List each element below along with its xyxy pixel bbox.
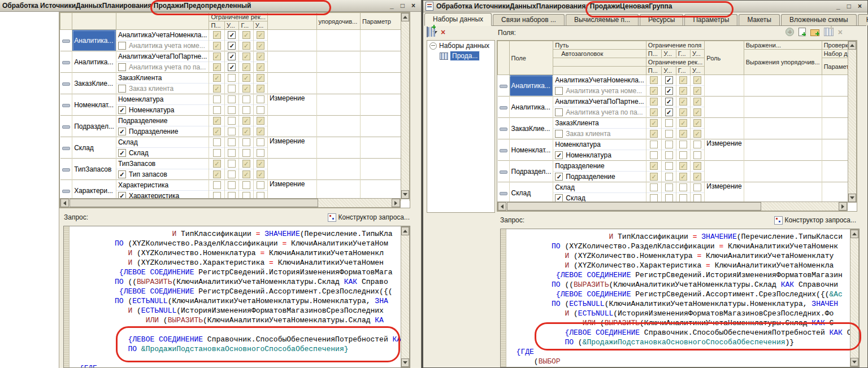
restriction-checkbox[interactable] (213, 128, 221, 135)
field-path-cell[interactable]: АналитикаУчетаНоменкла... (116, 30, 209, 41)
field-name-cell[interactable]: Аналитика... (72, 51, 116, 73)
use-field-checkbox[interactable] (118, 63, 126, 71)
delete-field-button[interactable]: × (838, 28, 843, 36)
use-field-checkbox[interactable] (118, 42, 126, 50)
row-handle-cell[interactable] (60, 30, 72, 51)
restriction-checkbox[interactable] (228, 106, 236, 114)
restriction-checkbox[interactable] (228, 117, 236, 125)
restriction-cell[interactable] (253, 94, 267, 105)
restriction-cell[interactable] (646, 86, 662, 97)
restriction-cell[interactable] (662, 86, 676, 97)
use-field-checkbox[interactable] (555, 108, 563, 116)
scroll-up-button[interactable] (401, 13, 409, 21)
restriction-cell[interactable] (239, 116, 253, 126)
field-row-main[interactable]: ТипЗапасовТипЗапасов (60, 159, 410, 169)
field-role-cell[interactable] (705, 75, 744, 97)
drag-handle-icon[interactable] (62, 147, 70, 150)
restriction-checkbox[interactable] (213, 52, 221, 60)
restriction-cell[interactable] (646, 139, 662, 150)
empty-cell[interactable] (361, 116, 401, 137)
empty-cell[interactable] (361, 51, 401, 73)
restriction-checkbox[interactable] (213, 138, 221, 146)
restriction-checkbox[interactable] (257, 95, 264, 103)
restriction-checkbox[interactable] (693, 141, 701, 148)
restriction-checkbox[interactable] (257, 149, 264, 157)
use-field-checkbox[interactable] (555, 173, 563, 181)
empty-cell[interactable] (316, 73, 361, 94)
field-autotitle-cell[interactable]: Тип запасов (116, 169, 209, 180)
restriction-checkbox[interactable] (242, 181, 250, 189)
field-row-main[interactable]: СкладСкладИзмерение (498, 182, 858, 193)
restriction-cell[interactable] (691, 107, 705, 118)
row-handle-cell[interactable] (498, 139, 510, 161)
field-row-main[interactable]: Аналитика...АналитикаУчетаПоПартне... (60, 51, 410, 62)
restriction-cell[interactable] (662, 129, 676, 139)
delete-dataset-button[interactable]: × (441, 28, 445, 36)
restriction-cell[interactable] (646, 172, 662, 182)
field-path-cell[interactable]: Склад (553, 182, 646, 193)
field-path-cell[interactable]: Номенклатура (553, 139, 646, 150)
restriction-checkbox[interactable] (257, 31, 264, 39)
field-autotitle-cell[interactable]: Номенклатура (116, 105, 209, 116)
field-autotitle-cell[interactable]: Склад (116, 148, 209, 159)
restriction-cell[interactable] (662, 150, 676, 161)
restriction-cell[interactable] (646, 182, 662, 193)
restriction-checkbox[interactable] (213, 95, 221, 103)
restriction-cell[interactable] (239, 137, 253, 148)
restriction-cell[interactable] (209, 137, 225, 148)
restriction-checkbox[interactable] (257, 63, 264, 71)
restriction-checkbox[interactable] (257, 160, 264, 168)
row-handle-cell[interactable] (498, 182, 510, 204)
restriction-cell[interactable] (646, 129, 662, 139)
scrollbar-thumb[interactable] (70, 199, 318, 207)
field-role-cell[interactable]: Измерение (705, 182, 744, 204)
dataset-tree[interactable]: Наборы данных Прода... (427, 40, 495, 213)
restriction-cell[interactable] (209, 169, 225, 180)
restriction-checkbox[interactable] (693, 98, 701, 106)
restriction-checkbox[interactable] (228, 160, 236, 168)
field-path-cell[interactable]: АналитикаУчетаПоПартне... (116, 51, 209, 62)
restriction-cell[interactable] (239, 62, 253, 73)
row-handle-cell[interactable] (498, 97, 510, 118)
scroll-down-button[interactable] (401, 190, 409, 199)
tree-item-dataset[interactable]: Прода... (427, 51, 494, 61)
use-field-checkbox[interactable] (118, 170, 126, 178)
restriction-cell[interactable] (662, 182, 676, 193)
field-row-main[interactable]: Аналитика...АналитикаУчетаНоменкла... (498, 75, 858, 86)
empty-cell[interactable] (316, 30, 361, 51)
tab-5[interactable]: Параметры (684, 14, 737, 25)
titlebar-left[interactable]: Обработка ИсточникиДанныхПланирования Пр… (0, 0, 421, 12)
restriction-cell[interactable] (662, 75, 676, 86)
field-autotitle-cell[interactable]: Аналитика учета по па... (116, 62, 209, 73)
field-path-cell[interactable]: Характеристика (116, 180, 209, 191)
use-field-checkbox[interactable] (555, 87, 563, 95)
restriction-checkbox[interactable] (693, 119, 701, 127)
restriction-checkbox[interactable] (679, 183, 687, 191)
restriction-cell[interactable] (209, 126, 225, 137)
titlebar-right[interactable]: Обработка ИсточникиДанныхПланирования: П… (423, 1, 867, 12)
restriction-cell[interactable] (646, 107, 662, 118)
use-field-checkbox[interactable] (118, 149, 126, 157)
empty-cell[interactable] (744, 118, 822, 139)
restriction-cell[interactable] (239, 105, 253, 116)
restriction-checkbox[interactable] (650, 183, 658, 191)
field-name-cell[interactable]: ЗаказКлие... (509, 118, 553, 139)
field-name-cell[interactable]: Аналитика... (72, 30, 116, 51)
field-role-cell[interactable] (705, 118, 744, 139)
drag-handle-icon[interactable] (62, 40, 70, 43)
restriction-checkbox[interactable] (693, 183, 701, 191)
empty-cell[interactable] (744, 182, 822, 204)
restriction-checkbox[interactable] (242, 31, 250, 39)
restriction-checkbox[interactable] (213, 31, 221, 39)
restriction-checkbox[interactable] (242, 128, 250, 135)
restriction-cell[interactable] (225, 126, 239, 137)
restriction-cell[interactable] (253, 62, 267, 73)
restriction-checkbox[interactable] (693, 108, 701, 116)
restriction-checkbox[interactable] (693, 87, 701, 95)
tab-8[interactable]: Настройки (858, 14, 868, 25)
restriction-cell[interactable] (676, 150, 690, 161)
minimize-button[interactable]: _ (390, 3, 394, 8)
restriction-cell[interactable] (676, 118, 690, 129)
close-button[interactable]: × (411, 3, 415, 8)
field-name-cell[interactable]: Подраздел... (509, 161, 553, 182)
